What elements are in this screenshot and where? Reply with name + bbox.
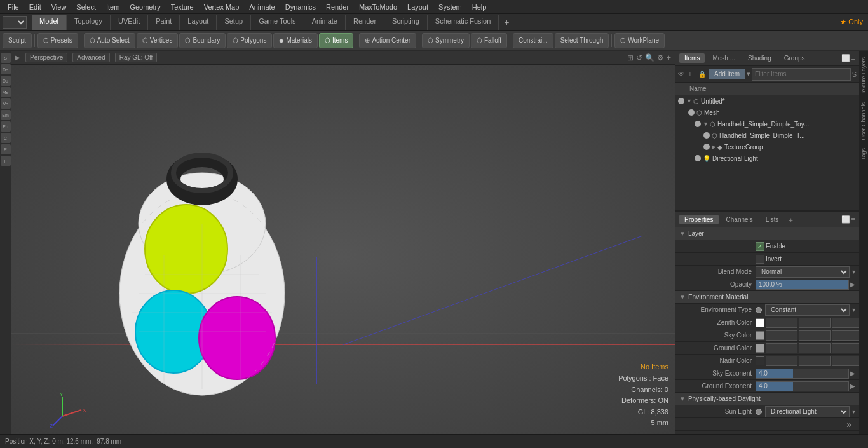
sidebar-icon-f[interactable]: F — [1, 156, 11, 166]
sidebar-icon-sculpt[interactable]: S — [1, 53, 11, 63]
props-tab-channels[interactable]: Channels — [721, 215, 758, 224]
tab-uvedit[interactable]: UVEdit — [111, 15, 148, 30]
eye-toggle-untitled[interactable] — [678, 98, 684, 104]
menu-item-file[interactable]: File — [3, 2, 24, 12]
menu-item-texture[interactable]: Texture — [166, 2, 199, 12]
props-tab-properties[interactable]: Properties — [679, 215, 719, 224]
sculpt-button[interactable]: Sculpt — [3, 33, 32, 48]
panel-tab-shading[interactable]: Shading — [743, 53, 776, 63]
tab-schematic-fusion[interactable]: Schematic Fusion — [428, 15, 499, 30]
layer-section-header[interactable]: ▼ Layer — [675, 227, 859, 240]
ground-r[interactable]: 0.62 — [766, 343, 797, 353]
tab-setup[interactable]: Setup — [217, 15, 251, 30]
sun-light-select[interactable]: Directional Light — [765, 406, 850, 417]
boundary-button[interactable]: ⬡ Boundary — [179, 33, 226, 48]
nadir-r[interactable]: 0.19 — [766, 356, 797, 366]
zenith-r[interactable]: 1.0 — [766, 318, 797, 328]
tab-model[interactable]: Model — [32, 15, 67, 30]
nadir-b[interactable]: 0.19 — [832, 356, 859, 366]
constraints-button[interactable]: Constrai... — [513, 33, 553, 48]
eye-toggle-handheld1[interactable] — [695, 121, 701, 127]
viewport-icon-4[interactable]: ⚙ — [657, 53, 664, 62]
advanced-button[interactable]: Advanced — [72, 53, 109, 62]
opacity-arrow[interactable]: ▶ — [850, 281, 855, 288]
menu-item-help[interactable]: Help — [467, 2, 492, 12]
workplane-button[interactable]: ⬡ WorkPlane — [614, 33, 665, 48]
materials-button[interactable]: ◆ Materials — [273, 33, 318, 48]
eye-toggle-mesh[interactable] — [688, 109, 695, 116]
perspective-button[interactable]: Perspective — [25, 53, 67, 62]
polygons-button[interactable]: ⬡ Polygons — [227, 33, 272, 48]
panel-icon-settings[interactable]: ≡ — [851, 54, 855, 62]
dropdown-arrow[interactable]: ▾ — [747, 70, 750, 78]
presets-button[interactable]: ⬡ Presets — [37, 33, 78, 48]
sidebar-icon-pol[interactable]: Po — [1, 121, 11, 132]
sky-r[interactable]: 0.62 — [766, 330, 797, 341]
action-center-button[interactable]: ⊕ Action Center — [359, 33, 416, 48]
menu-item-layout[interactable]: Layout — [402, 2, 433, 12]
props-icon-expand[interactable]: ⬜ — [841, 215, 850, 224]
zenith-b[interactable]: 1.0 — [832, 318, 859, 328]
sidebar-icon-ve[interactable]: Ve — [1, 98, 11, 109]
layout-selector[interactable]: Default Layouts — [3, 16, 27, 29]
tab-animate[interactable]: Animate — [304, 15, 346, 30]
ground-exponent-arrow[interactable]: ▶ — [850, 383, 855, 390]
opacity-slider[interactable]: 100.0 % — [756, 280, 849, 290]
viewport-icon-1[interactable]: ⊞ — [627, 53, 634, 62]
props-add-button[interactable]: + — [789, 216, 792, 224]
tree-item-texturegroup[interactable]: ▶ ◆ TextureGroup — [675, 141, 859, 153]
tab-scripting[interactable]: Scripting — [384, 15, 428, 30]
add-item-button[interactable]: Add Item — [709, 69, 745, 79]
sky-color-swatch[interactable] — [756, 331, 764, 340]
env-type-select[interactable]: Constant — [765, 304, 850, 316]
blend-mode-arrow[interactable]: ▾ — [852, 268, 855, 275]
edge-tab-texture-layers[interactable]: Texture Layers — [860, 55, 867, 97]
viewport-icon-3[interactable]: 🔍 — [645, 53, 654, 62]
panel-tab-groups[interactable]: Groups — [779, 53, 810, 63]
tab-render[interactable]: Render — [346, 15, 384, 30]
items-button[interactable]: ⬡ Items — [319, 33, 353, 48]
ground-color-swatch[interactable] — [756, 344, 764, 353]
tab-layout[interactable]: Layout — [180, 15, 217, 30]
eye-toggle-directional-light[interactable] — [695, 155, 701, 161]
env-material-section-header[interactable]: ▼ Environment Material — [675, 291, 859, 304]
sun-light-arrow[interactable]: ▾ — [852, 408, 855, 415]
menu-item-view[interactable]: View — [46, 2, 72, 12]
panel-tab-items[interactable]: Items — [679, 53, 705, 63]
arrow-untitled[interactable]: ▼ — [686, 98, 692, 104]
eye-toggle-handheld2[interactable] — [703, 132, 710, 139]
menu-item-select[interactable]: Select — [71, 2, 101, 12]
auto-select-button[interactable]: ⬡ Auto Select — [84, 33, 135, 48]
menu-item-maxtomodo[interactable]: MaxToModo — [354, 2, 402, 12]
menu-item-dynamics[interactable]: Dynamics — [280, 2, 321, 12]
physical-section-header[interactable]: ▼ Physically-based Daylight — [675, 393, 859, 405]
sidebar-icon-r[interactable]: R — [1, 144, 11, 154]
vertices-button[interactable]: ⬡ Vertices — [137, 33, 179, 48]
symmetry-button[interactable]: ⬡ Symmetry — [422, 33, 470, 48]
sidebar-icon-mes[interactable]: Me — [1, 87, 11, 97]
menu-item-item[interactable]: Item — [101, 2, 125, 12]
ground-b[interactable]: 0.62 — [832, 343, 859, 353]
falloff-button[interactable]: ⬡ Falloff — [471, 33, 507, 48]
sky-exponent-slider[interactable]: 4.0 — [756, 369, 849, 379]
tab-topology[interactable]: Topology — [67, 15, 111, 30]
viewport-icon-2[interactable]: ↺ — [636, 53, 642, 62]
panel-icon-expand[interactable]: ⬜ — [841, 54, 850, 62]
menu-item-edit[interactable]: Edit — [24, 2, 46, 12]
sidebar-icon-de[interactable]: De — [1, 64, 11, 74]
sidebar-icon-em[interactable]: Em — [1, 110, 11, 120]
layout-plus-button[interactable]: + — [499, 15, 514, 30]
invert-checkbox[interactable] — [756, 255, 764, 264]
ground-exponent-slider[interactable]: 4.0 — [756, 381, 849, 391]
viewport-canvas[interactable]: No Items Polygons : Face Channels: 0 Def… — [11, 65, 675, 448]
sky-exponent-arrow[interactable]: ▶ — [850, 370, 855, 377]
nadir-g[interactable]: 0.19 — [799, 356, 831, 366]
panel-tab-mesh[interactable]: Mesh ... — [707, 53, 740, 63]
arrow-texturegroup[interactable]: ▶ — [712, 144, 716, 150]
nadir-color-swatch[interactable] — [756, 356, 764, 365]
sidebar-icon-c[interactable]: C — [1, 133, 11, 143]
tree-item-mesh[interactable]: ⬡ Mesh — [675, 107, 859, 118]
tree-item-handheld1[interactable]: ▼ ⬡ Handheld_Simple_Dimple_Toy... — [675, 118, 859, 130]
tab-game-tools[interactable]: Game Tools — [251, 15, 304, 30]
filter-items-input[interactable] — [752, 68, 851, 81]
